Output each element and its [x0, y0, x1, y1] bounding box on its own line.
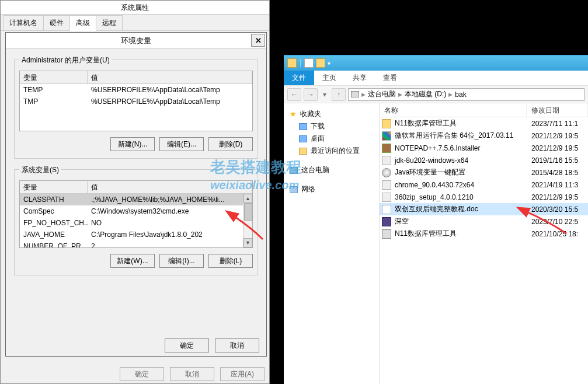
apply-button[interactable]: 应用(A): [220, 367, 265, 381]
drive-icon: [351, 91, 359, 97]
user-vars-label: Administrator 的用户变量(U): [19, 55, 112, 65]
nav-network[interactable]: 网络: [286, 183, 377, 196]
list-item[interactable]: 360zip_setup_4.0.0.12102021/12/9 19:5: [380, 191, 588, 203]
var-name: JAVA_HOME: [20, 230, 88, 239]
desktop-icon: [299, 135, 307, 142]
list-item[interactable]: N11数据库管理工具2021/10/25 18:: [380, 228, 588, 240]
back-button[interactable]: ←: [287, 88, 301, 101]
file-icon: [382, 180, 391, 190]
scrollbar[interactable]: ▲ ▼: [243, 194, 252, 247]
var-value: %USERPROFILE%\AppData\Local\Temp: [88, 85, 252, 95]
address-input[interactable]: ▶ 这台电脑 ▶ 本地磁盘 (D:) ▶ bak: [348, 88, 584, 101]
file-date: 2023/7/11 11:1: [529, 120, 588, 128]
up-button[interactable]: ↑: [332, 88, 346, 101]
menu-file[interactable]: 文件: [284, 71, 314, 85]
list-item[interactable]: N11数据库管理工具2023/7/11 11:1: [380, 117, 588, 130]
folder-icon: [287, 58, 297, 68]
table-row[interactable]: ComSpecC:\Windows\system32\cmd.exe: [20, 205, 252, 217]
nav-this-pc[interactable]: 这台电脑: [286, 164, 377, 176]
system-vars-table[interactable]: 变量 值 CLASSPATH.;%JAVA_HOME%\lib;%JAVA_HO…: [19, 180, 253, 248]
table-row[interactable]: CLASSPATH.;%JAVA_HOME%\lib;%JAVA_HOME%\l…: [20, 194, 252, 205]
scroll-down-icon[interactable]: ▼: [243, 238, 252, 247]
ok-button[interactable]: 确定: [120, 367, 164, 381]
var-value: C:\Program Files\Java\jdk1.8.0_202: [88, 230, 252, 239]
forward-button[interactable]: →: [304, 88, 318, 101]
system-vars-label: 系统变量(S): [19, 165, 61, 175]
menu-home[interactable]: 主页: [314, 71, 345, 85]
file-name: jdk-8u202-windows-x64: [395, 156, 468, 165]
col-name[interactable]: 名称: [380, 103, 527, 117]
var-value: %USERPROFILE%\AppData\Local\Temp: [88, 97, 252, 106]
tab-remote[interactable]: 远程: [96, 15, 123, 30]
nav-downloads[interactable]: 下载: [286, 120, 377, 132]
table-row[interactable]: NUMBER_OF_PR...2: [20, 240, 252, 248]
table-row[interactable]: TEMP%USERPROFILE%\AppData\Local\Temp: [20, 84, 252, 96]
edit-user-var-button[interactable]: 编辑(E)...: [159, 137, 204, 151]
list-item[interactable]: jdk-8u202-windows-x642019/1/16 15:5: [380, 154, 588, 166]
menu-view[interactable]: 查看: [375, 71, 405, 85]
table-row[interactable]: JAVA_HOMEC:\Program Files\Java\jdk1.8.0_…: [20, 229, 252, 240]
scroll-up-icon[interactable]: ▲: [243, 194, 252, 203]
list-item[interactable]: 微软常用运行库合集 64位_2017.03.112021/12/9 19:5: [380, 130, 588, 142]
folder-icon[interactable]: [316, 58, 325, 68]
chevron-down-icon[interactable]: ▾: [320, 88, 329, 101]
col-value[interactable]: 值: [88, 71, 252, 83]
tab-hardware[interactable]: 硬件: [43, 15, 70, 30]
file-name: N11数据库管理工具: [395, 229, 457, 239]
edit-sys-var-button[interactable]: 编辑(I)...: [159, 254, 204, 268]
tab-advanced[interactable]: 高级: [69, 15, 96, 31]
table-row[interactable]: TMP%USERPROFILE%\AppData\Local\Temp: [20, 96, 252, 107]
file-name: NOTEPAD++.7.5.6.Installer: [395, 144, 481, 152]
explorer-menubar: 文件 主页 共享 查看: [284, 71, 588, 86]
breadcrumb-part[interactable]: 本地磁盘 (D:): [405, 89, 446, 99]
var-name: FP_NO_HOST_CH...: [20, 218, 88, 228]
file-date: 2021/10/25 18:: [529, 230, 588, 238]
file-name: N11数据库管理工具: [395, 118, 457, 128]
file-icon: [382, 168, 391, 177]
nav-favorites[interactable]: ★收藏夹: [286, 108, 377, 120]
delete-sys-var-button[interactable]: 删除(L): [208, 254, 253, 268]
breadcrumb-part[interactable]: 这台电脑: [368, 89, 396, 99]
file-icon: [382, 156, 391, 165]
cancel-button[interactable]: 取消: [170, 367, 214, 381]
list-item[interactable]: NOTEPAD++.7.5.6.Installer2021/12/9 19:5: [380, 142, 588, 154]
properties-icon[interactable]: [304, 58, 314, 68]
menu-share[interactable]: 共享: [345, 71, 375, 85]
cancel-button[interactable]: 取消: [215, 338, 259, 352]
close-button[interactable]: ✕: [251, 34, 265, 47]
list-item[interactable]: Java环境变量一键配置2015/4/28 18:5: [380, 166, 588, 179]
tab-computer-name[interactable]: 计算机名: [3, 15, 44, 30]
list-item[interactable]: chrome_90.0.4430.72x642021/4/19 11:3: [380, 179, 588, 191]
new-sys-var-button[interactable]: 新建(W)...: [110, 254, 155, 268]
scroll-thumb[interactable]: [244, 203, 252, 221]
sysprop-footer: 确定 取消 应用(A): [120, 367, 265, 381]
table-row[interactable]: FP_NO_HOST_CH...NO: [20, 217, 252, 229]
list-item[interactable]: 双创互娱后端完整教程.doc2020/3/20 15:5: [380, 203, 588, 215]
file-name: 微软常用运行库合集 64位_2017.03.11: [395, 131, 513, 141]
chevron-down-icon[interactable]: ▾: [328, 60, 330, 67]
new-user-var-button[interactable]: 新建(N)...: [110, 137, 155, 151]
delete-user-var-button[interactable]: 删除(D): [208, 137, 253, 151]
col-variable[interactable]: 变量: [20, 181, 88, 193]
nav-recent[interactable]: 最近访问的位置: [286, 145, 377, 157]
recent-icon: [299, 148, 307, 155]
nav-pane[interactable]: ★收藏夹 下载 桌面 最近访问的位置 这台电脑 网络: [284, 103, 380, 384]
nav-desktop[interactable]: 桌面: [286, 132, 377, 145]
breadcrumb-part[interactable]: bak: [455, 90, 466, 99]
ok-button[interactable]: 确定: [165, 338, 209, 352]
user-vars-buttons: 新建(N)... 编辑(E)... 删除(D): [15, 134, 258, 158]
file-date: 2021/12/9 19:5: [529, 132, 588, 140]
file-icon: [382, 131, 391, 141]
col-date[interactable]: 修改日期: [527, 103, 588, 117]
list-item[interactable]: 深空2023/7/10 22:5: [380, 215, 588, 228]
var-name: TEMP: [20, 85, 88, 95]
col-value[interactable]: 值: [88, 181, 252, 193]
env-dialog-title: 环境变量: [121, 36, 151, 46]
explorer-titlebar[interactable]: ▾: [284, 55, 588, 71]
system-properties-window: 系统属性 计算机名 硬件 高级 远程 环境变量 ✕ Administrator …: [0, 0, 270, 384]
col-variable[interactable]: 变量: [20, 71, 88, 83]
file-list[interactable]: 名称 修改日期 N11数据库管理工具2023/7/11 11:1微软常用运行库合…: [380, 103, 588, 384]
user-vars-table[interactable]: 变量 值 TEMP%USERPROFILE%\AppData\Local\Tem…: [19, 71, 253, 131]
sysprop-title: 系统属性: [1, 1, 269, 15]
env-dialog: 环境变量 ✕ Administrator 的用户变量(U) 变量 值 TEMP%…: [5, 32, 267, 357]
